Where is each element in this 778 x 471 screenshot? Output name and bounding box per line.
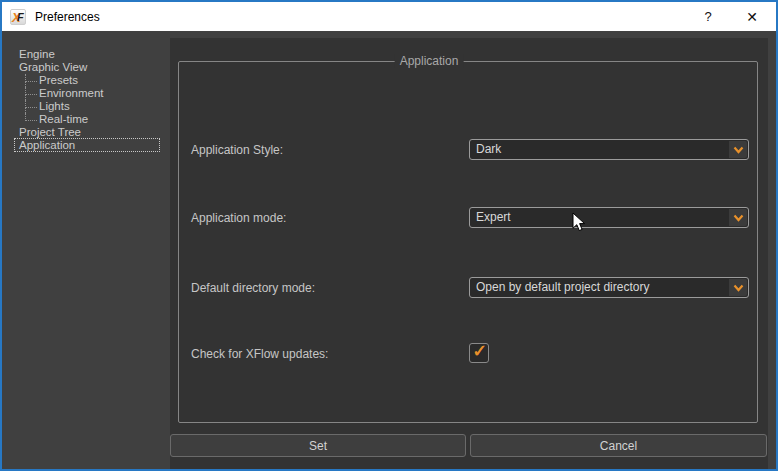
row-default-directory-mode: Default directory mode: Open by default … [191,277,747,299]
tree-item-project-tree[interactable]: Project Tree [19,126,169,139]
tree-item-environment[interactable]: Environment [19,87,169,100]
check-updates-checkbox[interactable]: ✓ [469,343,489,363]
xflow-logo-icon: X F [10,9,26,25]
application-mode-label: Application mode: [191,207,286,229]
help-button[interactable]: ? [686,2,730,31]
default-directory-mode-label: Default directory mode: [191,277,315,299]
preferences-window: X F Preferences ? ✕ Engine Graphic View … [0,0,778,471]
row-application-mode: Application mode: Expert [191,207,747,229]
tree-item-application-label: Application [19,139,75,151]
application-mode-select[interactable]: Expert [469,207,749,228]
close-button[interactable]: ✕ [730,2,774,31]
default-directory-mode-value: Open by default project directory [476,278,726,297]
set-button[interactable]: Set [170,434,466,457]
logo-letter-f: F [17,11,24,23]
default-directory-mode-select[interactable]: Open by default project directory [469,277,749,298]
chevron-down-icon[interactable] [729,209,747,226]
application-style-value: Dark [476,140,726,159]
window-title: Preferences [35,10,100,24]
preferences-tree: Engine Graphic View Presets Environment … [19,48,169,152]
row-check-updates: Check for XFlow updates: ✓ [191,343,747,365]
row-application-style: Application Style: Dark [191,139,747,161]
chevron-down-icon[interactable] [729,279,747,296]
settings-panel: Application Application Style: Dark Appl… [170,38,768,469]
cancel-button[interactable]: Cancel [470,434,767,457]
tree-item-engine[interactable]: Engine [19,48,169,61]
tree-item-graphic-view[interactable]: Graphic View [19,61,169,74]
application-style-label: Application Style: [191,139,283,161]
tree-item-real-time[interactable]: Real-time [19,113,169,126]
application-groupbox: Application Application Style: Dark Appl… [178,61,758,423]
check-updates-label: Check for XFlow updates: [191,343,328,365]
application-mode-value: Expert [476,208,726,227]
groupbox-title: Application [395,54,464,68]
dialog-content: Engine Graphic View Presets Environment … [2,31,776,469]
application-style-select[interactable]: Dark [469,139,749,160]
chevron-down-icon[interactable] [729,141,747,158]
check-icon: ✓ [472,340,487,362]
tree-item-lights[interactable]: Lights [19,100,169,113]
titlebar[interactable]: X F Preferences ? ✕ [2,2,776,31]
tree-item-application[interactable]: Application [19,139,169,152]
tree-item-presets[interactable]: Presets [19,74,169,87]
